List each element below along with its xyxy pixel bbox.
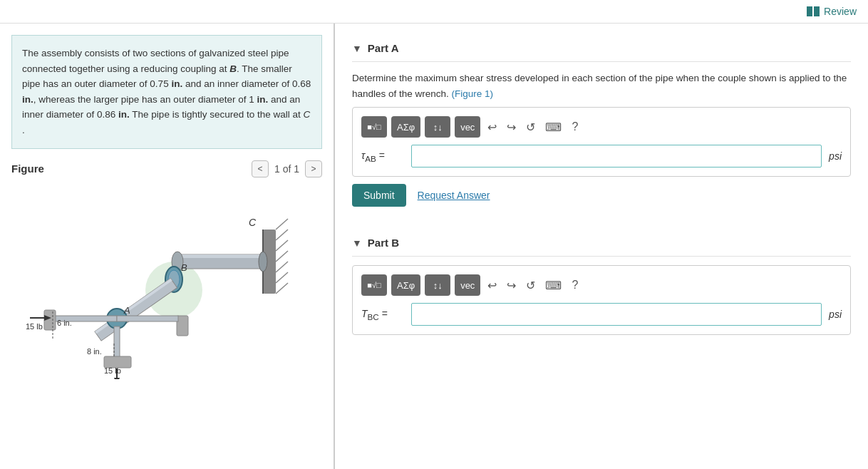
- next-figure-button[interactable]: >: [305, 160, 322, 177]
- svg-rect-25: [117, 316, 178, 321]
- figure-image: C B: [11, 183, 322, 383]
- toolbar-a-symbol-btn[interactable]: AΣφ: [391, 116, 420, 138]
- svg-line-3: [276, 219, 288, 230]
- left-panel: The assembly consists of two sections of…: [0, 24, 335, 469]
- part-a-description: Determine the maximum shear stress devel…: [352, 71, 851, 101]
- part-b-collapse[interactable]: ▼: [352, 237, 362, 249]
- svg-point-13: [259, 252, 267, 272]
- part-a-answer-box: ■√□ AΣφ ↕↓ vec ↩ ↪ ↺ ⌨ ? τAB = psi: [352, 107, 851, 177]
- part-a-submit-button[interactable]: Submit: [352, 184, 406, 207]
- part-a-input-label: τAB =: [361, 150, 404, 163]
- svg-text:6 in.: 6 in.: [57, 319, 72, 327]
- main-layout: The assembly consists of two sections of…: [0, 24, 868, 469]
- part-a-action-row: Submit Request Answer: [352, 184, 851, 207]
- toolbar-b-help-btn[interactable]: ?: [569, 277, 581, 293]
- part-b-header: ▼ Part B: [352, 230, 851, 257]
- svg-text:8 in.: 8 in.: [87, 347, 102, 356]
- toolbar-a-vec-btn[interactable]: vec: [455, 116, 480, 138]
- toolbar-b-undo-btn[interactable]: ↩: [485, 277, 500, 294]
- right-panel: ▼ Part A Determine the maximum shear str…: [335, 24, 868, 469]
- svg-text:B: B: [181, 262, 187, 273]
- figure-section: Figure < 1 of 1 >: [11, 160, 322, 383]
- part-a-toolbar: ■√□ AΣφ ↕↓ vec ↩ ↪ ↺ ⌨ ?: [361, 116, 842, 138]
- part-b-input[interactable]: [411, 303, 822, 326]
- svg-line-5: [276, 240, 288, 251]
- part-a-input[interactable]: [411, 145, 822, 168]
- toolbar-b-refresh-btn[interactable]: ↺: [523, 277, 538, 294]
- toolbar-b-keyboard-btn[interactable]: ⌨: [542, 277, 564, 294]
- toolbar-a-help-btn[interactable]: ?: [569, 119, 581, 135]
- svg-text:15 lb: 15 lb: [26, 322, 43, 331]
- part-a-request-answer-link[interactable]: Request Answer: [418, 190, 490, 201]
- part-b-section: ▼ Part B ■√□ AΣφ ↕↓ vec ↩ ↪ ↺ ⌨ ?: [352, 230, 851, 342]
- toolbar-b-vec-btn[interactable]: vec: [455, 274, 480, 296]
- top-bar: Review: [0, 0, 868, 24]
- pipe-diagram: C B: [24, 187, 309, 379]
- problem-text-box: The assembly consists of two sections of…: [11, 35, 322, 149]
- part-a-title: Part A: [368, 42, 399, 54]
- figure-header: Figure < 1 of 1 >: [11, 160, 322, 177]
- svg-line-6: [276, 251, 288, 262]
- figure-nav: < 1 of 1 >: [252, 160, 322, 177]
- part-b-title: Part B: [368, 237, 399, 249]
- toolbar-b-symbol-btn[interactable]: AΣφ: [391, 274, 420, 296]
- toolbar-a-formula-btn[interactable]: ■√□: [361, 116, 387, 138]
- toolbar-a-redo-btn[interactable]: ↪: [504, 119, 519, 135]
- svg-line-9: [276, 283, 288, 294]
- figure-count: 1 of 1: [274, 163, 299, 175]
- svg-line-8: [276, 272, 288, 283]
- part-a-collapse[interactable]: ▼: [352, 43, 362, 54]
- part-a-unit: psi: [829, 150, 842, 162]
- toolbar-b-formula-btn[interactable]: ■√□: [361, 274, 387, 296]
- toolbar-a-arrow-btn[interactable]: ↕↓: [425, 116, 450, 138]
- part-b-input-row: TBC = psi: [361, 303, 842, 326]
- svg-line-4: [276, 230, 288, 240]
- svg-marker-36: [114, 378, 120, 379]
- svg-rect-26: [114, 326, 120, 359]
- svg-text:15 lb: 15 lb: [104, 366, 121, 375]
- toolbar-b-redo-btn[interactable]: ↪: [504, 277, 519, 294]
- review-button[interactable]: Review: [807, 6, 857, 17]
- svg-line-7: [276, 262, 288, 272]
- review-label: Review: [824, 6, 857, 17]
- part-b-toolbar: ■√□ AΣφ ↕↓ vec ↩ ↪ ↺ ⌨ ?: [361, 274, 842, 296]
- part-a-input-row: τAB = psi: [361, 145, 842, 168]
- toolbar-b-arrow-btn[interactable]: ↕↓: [425, 274, 450, 296]
- part-b-answer-box: ■√□ AΣφ ↕↓ vec ↩ ↪ ↺ ⌨ ? TBC = psi: [352, 265, 851, 335]
- part-a-section: ▼ Part A Determine the maximum shear str…: [352, 35, 851, 207]
- part-b-input-label: TBC =: [361, 308, 404, 321]
- toolbar-a-keyboard-btn[interactable]: ⌨: [542, 119, 564, 135]
- toolbar-a-refresh-btn[interactable]: ↺: [523, 119, 538, 135]
- prev-figure-button[interactable]: <: [252, 160, 269, 177]
- svg-text:C: C: [249, 217, 257, 228]
- part-b-unit: psi: [829, 309, 842, 320]
- svg-rect-12: [177, 254, 263, 258]
- svg-text:A: A: [123, 305, 130, 316]
- review-icon: [807, 6, 820, 16]
- part-a-header: ▼ Part A: [352, 35, 851, 62]
- toolbar-a-undo-btn[interactable]: ↩: [485, 119, 500, 135]
- part-a-figure-link[interactable]: (Figure 1): [452, 88, 494, 99]
- figure-title: Figure: [11, 163, 44, 175]
